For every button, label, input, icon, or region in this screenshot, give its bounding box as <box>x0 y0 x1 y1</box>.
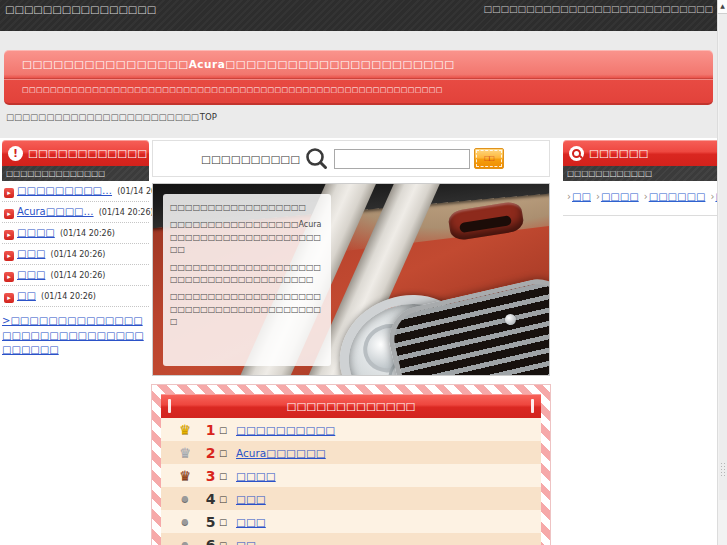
site-title: □□□□□□□□□□□□□□□□ <box>5 4 156 15</box>
tag-box-header: □□□□□□ <box>563 140 727 166</box>
crown-icon: ♛ <box>175 446 195 459</box>
news-link[interactable]: □□ <box>17 290 36 301</box>
tag-item: ›□□□□ <box>596 191 639 202</box>
ranking-row: ● 6 □ □□ <box>161 533 541 545</box>
right-sidebar: □□□□□□ □□□□□□□□□□□□ ›□□›□□□□›□□□□□□›□□□□… <box>563 140 727 216</box>
news-link[interactable]: Acura□□□□… <box>17 206 94 217</box>
chevron-right-icon: › <box>567 191 571 202</box>
news-date: (01/14 20:26) <box>99 208 154 217</box>
news-list-item: ▸□□□□□□□□□… (01/14 20:26) <box>2 181 149 202</box>
crown-icon: ♛ <box>175 469 195 482</box>
news-link[interactable]: □□□ <box>17 269 45 280</box>
ranking-row: ♛ 1 □ □□□□□□□□□□ <box>161 418 541 441</box>
news-list-item: ▸□□ (01/14 20:26) <box>2 286 149 307</box>
news-link[interactable]: □□□ <box>17 248 45 259</box>
tag-link[interactable]: □□ <box>572 191 591 202</box>
alert-icon: ! <box>8 146 23 161</box>
ranking-row: ● 4 □ □□□ <box>161 487 541 510</box>
left-sidebar: ! □□□□□□□□□□□□ □□□□□□□□□□□□□□ ▸□□□□□□□□□… <box>2 140 149 358</box>
overlay-paragraph: □□□□□□□□□□□□□□□□□□□□□□□□□□□□□□□□□□□□□□□□… <box>170 291 324 328</box>
play-bullet-icon: ▸ <box>4 293 14 303</box>
ranking-row: ● 5 □ □□□ <box>161 510 541 533</box>
ranking-link[interactable]: □□□□ <box>236 470 276 482</box>
ranking-link[interactable]: □□□□□□□□□□ <box>236 424 335 436</box>
rank-suffix: □ <box>219 517 227 527</box>
vertical-scrollbar[interactable]: ▲ <box>717 0 727 545</box>
news-date: (01/14 20:26) <box>60 229 115 238</box>
news-link[interactable]: □□□□□□□□□… <box>17 185 112 196</box>
crown-icon: ♛ <box>175 423 195 436</box>
search-button[interactable]: □□ <box>474 148 504 169</box>
breadcrumb-current[interactable]: TOP <box>200 112 217 122</box>
banner-title: □□□□□□□□□□□□□□□□Acura□□□□□□□□□□□□□□□□□□□… <box>22 58 455 70</box>
news-box-title: □□□□□□□□□□□□ <box>28 147 147 159</box>
rank-number: 3 <box>204 468 217 484</box>
play-bullet-icon: ▸ <box>4 209 14 219</box>
news-link[interactable]: □□□□ <box>17 227 55 238</box>
banner-subtitle: □□□□□□□□□□□□□□□□□□□□□□□□□□□□□□□□□□□□□□□□… <box>22 86 443 94</box>
search-input[interactable] <box>334 149 470 169</box>
chevron-right-icon: › <box>710 191 714 202</box>
breadcrumb: □□□□□□□□□□□□□□□□□□□□□□□□TOP <box>6 112 217 122</box>
main-column: □□□□□□□□□□ □□ □□□□□□□□□□□□□□□□□□ □□□□□□□… <box>152 140 550 545</box>
ranking-box: □□□□□□□□□□□□□ ♛ 1 □ □□□□□□□□□□ ♛ 2 □ Acu… <box>152 385 550 545</box>
ranking-title: □□□□□□□□□□□□□ <box>287 400 416 412</box>
crown-icon: ● <box>175 541 195 545</box>
ranking-link[interactable]: □□ <box>236 539 256 545</box>
scroll-up-icon[interactable]: ▲ <box>718 0 727 14</box>
hero-text-overlay: □□□□□□□□□□□□□□□□□□ □□□□□□□□□□□□□□□□□Acur… <box>163 194 331 366</box>
tag-box-title: □□□□□□ <box>589 147 649 159</box>
rank-number: 2 <box>204 445 217 461</box>
ranking-link[interactable]: Acura□□□□□□ <box>236 447 326 459</box>
play-bullet-icon: ▸ <box>4 188 14 198</box>
topbar: □□□□□□□□□□□□□□□□ □□□□□□□□□□□□□□□□□□□□□□□… <box>0 0 727 31</box>
play-bullet-icon: ▸ <box>4 230 14 240</box>
chevron-right-icon: › <box>644 191 648 202</box>
breadcrumb-path: □□□□□□□□□□□□□□□□□□□□□□□□ <box>6 112 199 122</box>
tag-item: ›□□□□□□ <box>644 191 706 202</box>
hero-image: □□□□□□□□□□□□□□□□□□ □□□□□□□□□□□□□□□□□Acur… <box>152 183 550 376</box>
news-box-header: ! □□□□□□□□□□□□ <box>2 140 149 166</box>
tag-link[interactable]: □□□□ <box>601 191 639 202</box>
news-list-item: ▸□□□ (01/14 20:26) <box>2 244 149 265</box>
news-archive-link[interactable]: >□□□□□□□□□□□□□□□□□□□□□□□□□□□□□□□□□□□ <box>2 314 149 358</box>
overlay-heading: □□□□□□□□□□□□□□□□□□ <box>170 202 324 214</box>
ranking-row: ♛ 3 □ □□□□ <box>161 464 541 487</box>
play-bullet-icon: ▸ <box>4 272 14 282</box>
news-date: (01/14 20:26) <box>41 292 96 301</box>
scrollbar-grip <box>720 462 726 478</box>
tag-link[interactable]: □□□□□□ <box>649 191 706 202</box>
banner-divider <box>4 79 713 80</box>
tag-box-subheader: □□□□□□□□□□□□ <box>563 166 727 181</box>
ranking-row: ♛ 2 □ Acura□□□□□□ <box>161 441 541 464</box>
rank-suffix: □ <box>219 494 227 504</box>
magnifier-icon <box>569 146 584 161</box>
rank-suffix: □ <box>219 425 227 435</box>
ranking-header: □□□□□□□□□□□□□ <box>161 394 541 418</box>
overlay-paragraph: □□□□□□□□□□□□□□□□□Acura□□□□□□□□□□□□□□□□□□… <box>170 219 324 256</box>
overlay-paragraph: □□□□□□□□□□□□□□□□□□□□□□□□□□□□□□□□□□□□□□□ <box>170 262 324 287</box>
news-list: ▸□□□□□□□□□… (01/14 20:26) ▸Acura□□□□… (0… <box>2 181 149 307</box>
crown-icon: ● <box>175 495 195 503</box>
topbar-tagline: □□□□□□□□□□□□□□□□□□□□□□□□□□□ <box>483 4 713 14</box>
rank-suffix: □ <box>219 471 227 481</box>
page: □□□□□□□□□□□□□□□□ □□□□□□□□□□□□□□□□□□□□□□□… <box>0 0 727 545</box>
crown-icon: ● <box>175 518 195 526</box>
news-list-item: ▸□□□□ (01/14 20:26) <box>2 223 149 244</box>
rank-suffix: □ <box>219 540 227 545</box>
news-box-subheader: □□□□□□□□□□□□□□ <box>2 166 149 181</box>
news-date: (01/14 20:26) <box>51 250 106 259</box>
scrollbar-thumb[interactable] <box>719 14 727 500</box>
ranking-link[interactable]: □□□ <box>236 516 266 528</box>
news-date: (01/14 20:26) <box>51 271 106 280</box>
car-grille <box>383 273 550 376</box>
rank-number: 1 <box>204 422 217 438</box>
rank-suffix: □ <box>219 448 227 458</box>
site-banner[interactable]: □□□□□□□□□□□□□□□□Acura□□□□□□□□□□□□□□□□□□□… <box>4 50 713 105</box>
search-bar: □□□□□□□□□□ □□ <box>152 140 550 177</box>
rank-number: 6 <box>204 537 217 545</box>
ranking-link[interactable]: □□□ <box>236 493 266 505</box>
chevron-right-icon: › <box>596 191 600 202</box>
rank-number: 4 <box>204 491 217 507</box>
play-bullet-icon: ▸ <box>4 251 14 261</box>
